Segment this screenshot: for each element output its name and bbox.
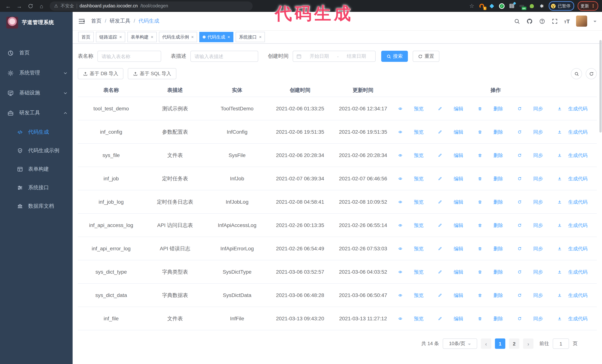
- user-avatar[interactable]: [576, 16, 587, 27]
- sidebar-item[interactable]: 研发工具: [0, 103, 73, 123]
- app-logo[interactable]: 芋道管理系统: [0, 12, 73, 33]
- github-icon[interactable]: [526, 18, 533, 24]
- import-sql-button[interactable]: 基于 SQL 导入: [128, 68, 177, 79]
- help-icon[interactable]: [539, 18, 545, 24]
- action-edit-link[interactable]: 编辑: [438, 198, 474, 206]
- sidebar-item[interactable]: 系统管理: [0, 63, 73, 83]
- action-trash-link[interactable]: 删除: [478, 245, 514, 252]
- sidebar-subitem[interactable]: 数据库文档: [0, 197, 73, 216]
- tab-close-icon[interactable]: ×: [191, 34, 194, 40]
- back-icon[interactable]: ←: [4, 1, 13, 10]
- action-sync-link[interactable]: 同步: [517, 198, 553, 206]
- action-edit-link[interactable]: 编辑: [438, 268, 474, 276]
- page-size-select[interactable]: 10条/页: [443, 338, 477, 349]
- tab-item[interactable]: 表单构建 ×: [128, 32, 157, 42]
- sidebar-subitem[interactable]: 代码生成示例: [0, 141, 73, 160]
- tab-close-icon[interactable]: ×: [151, 34, 153, 40]
- fullscreen-icon[interactable]: [551, 18, 558, 24]
- action-eye-link[interactable]: 预览: [398, 268, 434, 276]
- action-sync-link[interactable]: 同步: [517, 175, 553, 182]
- action-edit-link[interactable]: 编辑: [438, 128, 474, 136]
- search-button[interactable]: 搜索: [381, 51, 408, 62]
- action-sync-link[interactable]: 同步: [517, 268, 553, 276]
- page-scrollbar[interactable]: [599, 18, 602, 362]
- action-eye-link[interactable]: 预览: [398, 151, 434, 159]
- action-download-link[interactable]: 生成代码: [557, 175, 593, 182]
- action-edit-link[interactable]: 编辑: [438, 315, 474, 322]
- orange-circle-extension-icon[interactable]: 1: [478, 3, 485, 9]
- action-trash-link[interactable]: 删除: [478, 315, 514, 322]
- forward-icon[interactable]: →: [15, 1, 24, 10]
- action-sync-link[interactable]: 同步: [517, 221, 553, 229]
- action-edit-link[interactable]: 编辑: [438, 291, 474, 299]
- browser-menu-icon[interactable]: ⋮: [591, 3, 595, 9]
- action-eye-link[interactable]: 预览: [398, 221, 434, 229]
- action-download-link[interactable]: 生成代码: [557, 151, 593, 159]
- puzzle-extension-icon[interactable]: ✱: [538, 3, 545, 9]
- sidebar-subitem[interactable]: 表单构建: [0, 160, 73, 178]
- action-eye-link[interactable]: 预览: [398, 198, 434, 206]
- tab-item[interactable]: 代码生成 ×: [199, 32, 233, 42]
- action-eye-link[interactable]: 预览: [398, 104, 434, 112]
- action-trash-link[interactable]: 删除: [478, 151, 514, 159]
- action-edit-link[interactable]: 编辑: [438, 221, 474, 229]
- reset-button[interactable]: 重置: [413, 51, 439, 62]
- tab-close-icon[interactable]: ×: [119, 34, 122, 40]
- prev-page-button[interactable]: ‹: [481, 338, 491, 349]
- breadcrumb-item[interactable]: 首页: [91, 18, 101, 24]
- tab-close-icon[interactable]: ×: [259, 34, 262, 40]
- sidebar-item[interactable]: 首页: [0, 43, 73, 63]
- action-download-link[interactable]: 生成代码: [557, 198, 593, 206]
- page-number-button[interactable]: 1: [495, 338, 505, 349]
- action-sync-link[interactable]: 同步: [517, 291, 553, 299]
- green-frog-extension-icon[interactable]: [528, 3, 535, 9]
- action-download-link[interactable]: 生成代码: [557, 315, 593, 322]
- dark-panel-extension-icon[interactable]: on: [518, 3, 525, 9]
- sidebar-subitem[interactable]: 代码生成: [0, 123, 73, 141]
- action-download-link[interactable]: 生成代码: [557, 128, 593, 136]
- tab-item[interactable]: 首页: [78, 32, 94, 42]
- profile-paused-badge[interactable]: 已暂停: [548, 1, 574, 11]
- goto-page-input[interactable]: [553, 338, 569, 349]
- page-number-button[interactable]: 2: [509, 338, 519, 349]
- tab-item[interactable]: 系统接口 ×: [236, 32, 265, 42]
- action-sync-link[interactable]: 同步: [517, 104, 553, 112]
- font-size-icon[interactable]: TT: [564, 18, 570, 24]
- user-caret-down-icon[interactable]: [593, 21, 596, 24]
- action-download-link[interactable]: 生成代码: [557, 291, 593, 299]
- address-bar[interactable]: ⚠ 不安全 dashboard.yudao.iocoder.cn/tool/co…: [50, 1, 253, 10]
- toggle-search-button[interactable]: [571, 68, 582, 79]
- sidebar-item[interactable]: 基础设施: [0, 83, 73, 103]
- green-check-extension-icon[interactable]: ✓: [498, 3, 505, 9]
- bookmark-star-icon[interactable]: ☆: [468, 3, 475, 9]
- action-edit-link[interactable]: 编辑: [438, 245, 474, 252]
- refresh-table-button[interactable]: [586, 68, 597, 79]
- extensions-strip[interactable]: 1✓on✱: [478, 3, 545, 9]
- action-download-link[interactable]: 生成代码: [557, 268, 593, 276]
- tab-item[interactable]: 链路追踪 ×: [96, 32, 125, 42]
- action-edit-link[interactable]: 编辑: [438, 104, 474, 112]
- action-edit-link[interactable]: 编辑: [438, 175, 474, 182]
- action-download-link[interactable]: 生成代码: [557, 245, 593, 252]
- action-trash-link[interactable]: 删除: [478, 221, 514, 229]
- action-sync-link[interactable]: 同步: [517, 315, 553, 322]
- action-trash-link[interactable]: 删除: [478, 268, 514, 276]
- action-sync-link[interactable]: 同步: [517, 151, 553, 159]
- hamburger-icon[interactable]: [78, 18, 85, 25]
- action-trash-link[interactable]: 删除: [478, 128, 514, 136]
- tab-close-icon[interactable]: ×: [227, 34, 230, 40]
- tab-item[interactable]: 代码生成示例 ×: [159, 32, 197, 42]
- action-edit-link[interactable]: 编辑: [438, 151, 474, 159]
- import-db-button[interactable]: 基于 DB 导入: [78, 68, 124, 79]
- action-trash-link[interactable]: 删除: [478, 104, 514, 112]
- action-trash-link[interactable]: 删除: [478, 175, 514, 182]
- table-name-input[interactable]: [97, 51, 161, 62]
- sidebar-subitem[interactable]: 系统接口: [0, 178, 73, 197]
- action-eye-link[interactable]: 预览: [398, 128, 434, 136]
- home-icon[interactable]: ⌂: [37, 1, 46, 10]
- action-trash-link[interactable]: 删除: [478, 291, 514, 299]
- action-trash-link[interactable]: 删除: [478, 198, 514, 206]
- search-icon[interactable]: [514, 18, 520, 24]
- date-range-picker[interactable]: 开始日期 - 结束日期: [293, 51, 376, 62]
- action-eye-link[interactable]: 预览: [398, 315, 434, 322]
